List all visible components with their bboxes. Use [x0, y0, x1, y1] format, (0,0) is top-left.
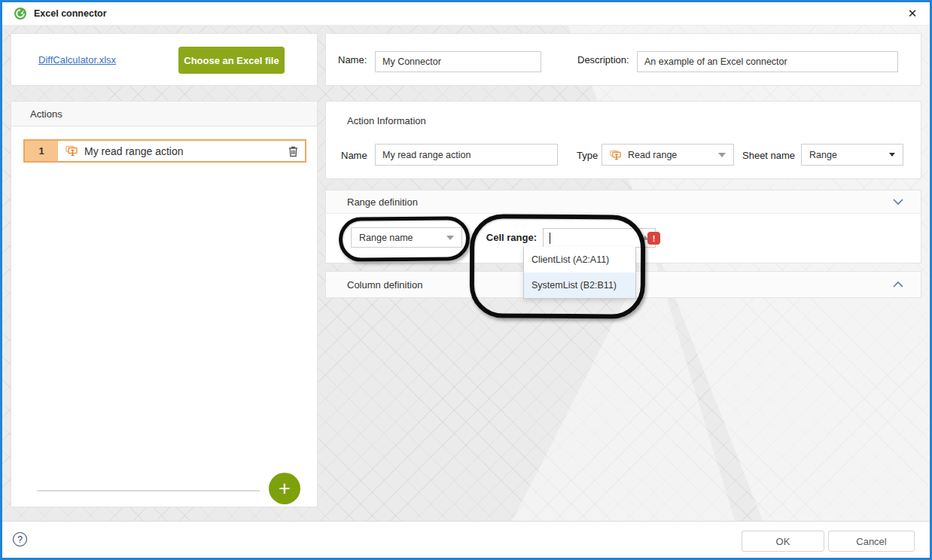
- text-cursor: [550, 233, 550, 244]
- actions-panel: Actions 1 My read range action +: [11, 101, 318, 507]
- cell-range-label: Cell range:: [469, 232, 537, 243]
- connector-name-label: Name:: [338, 54, 367, 65]
- range-mode-value: Range name: [359, 233, 446, 243]
- help-icon[interactable]: ?: [13, 532, 27, 546]
- cancel-button[interactable]: Cancel: [828, 531, 915, 552]
- read-range-icon: [610, 149, 622, 161]
- action-type-select[interactable]: Read range: [602, 144, 734, 166]
- action-information-title: Action Information: [347, 115, 426, 126]
- choose-excel-file-button[interactable]: Choose an Excel file: [178, 47, 285, 74]
- collapse-chevron-icon[interactable]: [892, 198, 904, 205]
- action-information-card: Action Information Name Type Read range …: [325, 101, 921, 179]
- cell-range-dropdown-list: ClientList (A2:A11) SystemList (B2:B11): [523, 247, 636, 299]
- cell-range-combobox[interactable]: [543, 228, 656, 248]
- action-type-value: Read range: [628, 150, 718, 160]
- action-list-item[interactable]: 1 My read range action: [23, 139, 306, 163]
- expand-chevron-icon[interactable]: [892, 281, 904, 288]
- range-mode-select[interactable]: Range name: [351, 227, 462, 248]
- validation-error-icon: !: [647, 232, 660, 245]
- read-range-icon: [65, 145, 78, 157]
- sheet-name-label: Sheet name: [742, 150, 795, 161]
- ok-button[interactable]: OK: [742, 531, 824, 552]
- dropdown-option[interactable]: ClientList (A2:A11): [524, 247, 635, 272]
- action-item-label: My read range action: [84, 145, 288, 157]
- column-definition-title: Column definition: [347, 279, 422, 291]
- dropdown-option[interactable]: SystemList (B2:B11): [524, 272, 635, 298]
- title-bar: Excel connector ✕: [2, 2, 930, 26]
- range-definition-header[interactable]: Range definition: [326, 190, 921, 214]
- actions-divider: [37, 490, 260, 492]
- range-definition-title: Range definition: [347, 196, 418, 208]
- app-logo-icon: [14, 8, 26, 20]
- chevron-down-icon: [718, 153, 726, 157]
- add-action-button[interactable]: +: [269, 473, 300, 504]
- chevron-down-icon: [446, 236, 454, 240]
- chevron-down-icon: [889, 153, 895, 157]
- footer-bar: ? OK Cancel: [2, 521, 930, 558]
- action-name-label: Name: [341, 150, 367, 161]
- connector-description-label: Description:: [577, 54, 629, 65]
- sheet-name-select[interactable]: Range: [801, 144, 903, 166]
- action-name-input[interactable]: [375, 144, 558, 166]
- sheet-name-value: Range: [809, 150, 889, 160]
- actions-header: Actions: [11, 102, 317, 126]
- excel-file-link[interactable]: DiffCalculator.xlsx: [38, 54, 116, 65]
- delete-action-icon[interactable]: [288, 145, 299, 157]
- file-card: DiffCalculator.xlsx Choose an Excel file: [11, 33, 318, 86]
- action-index-badge: 1: [25, 141, 58, 161]
- action-type-label: Type: [577, 150, 598, 161]
- close-icon[interactable]: ✕: [903, 4, 922, 23]
- window-title: Excel connector: [34, 8, 107, 19]
- connector-name-input[interactable]: [375, 51, 541, 72]
- connector-description-input[interactable]: [637, 51, 898, 72]
- connector-card: Name: Description:: [325, 33, 921, 86]
- excel-connector-dialog: Excel connector ✕ DiffCalculator.xlsx Ch…: [0, 0, 932, 560]
